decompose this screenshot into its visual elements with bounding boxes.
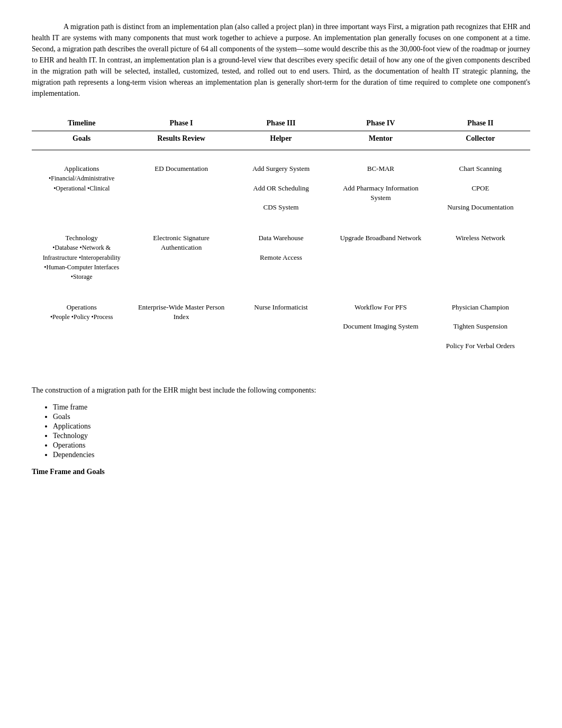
phase4-operations: Workflow For PFS Document Imaging System: [331, 295, 430, 358]
bullet-operations: Operations: [53, 441, 530, 450]
phase3-technology: Data Warehouse Remote Access: [231, 226, 331, 289]
technology-row: Technology •Database •Network & Infrastr…: [32, 226, 530, 289]
applications-label: Applications •Financial/Administr­ative …: [32, 157, 131, 220]
mentor-label: Mentor: [331, 131, 430, 150]
phase4-technology: Upgrade Broadband Network: [331, 226, 430, 289]
helper-label: Helper: [231, 131, 331, 150]
intro-paragraph: A migration path is distinct from an imp…: [32, 21, 530, 99]
col-timeline: Timeline: [32, 115, 131, 131]
bullet-goals: Goals: [53, 413, 530, 421]
bullet-applications: Applications: [53, 422, 530, 431]
goals-label: Goals: [32, 131, 131, 150]
operations-sublabel: •People •Policy •Process: [50, 313, 113, 321]
operations-label: Operations •People •Policy •Process: [32, 295, 131, 358]
operations-row: Operations •People •Policy •Process Ente…: [32, 295, 530, 358]
construction-bullets: Time frame Goals Applications Technology…: [53, 403, 530, 459]
phase2-technology: Wireless Network: [431, 226, 530, 289]
phase3-applications: Add Surgery System Add OR Scheduling CDS…: [231, 157, 331, 220]
enterprise-wide: Enterprise-Wide Master Person Index: [131, 295, 231, 358]
applications-sublabel: •Financial/Administr­ative •Operational …: [49, 175, 114, 192]
col-phase1: Phase I: [131, 115, 231, 131]
collector-label: Collector: [431, 131, 530, 150]
phase2-operations: Physician Champion Tighten Suspension Po…: [431, 295, 530, 358]
col-phase3: Phase III: [231, 115, 331, 131]
ed-documentation: ED Documentation: [131, 157, 231, 220]
technology-label: Technology •Database •Network & Infrastr…: [32, 226, 131, 289]
phase4-applications: BC-MAR Add Pharmacy Information System: [331, 157, 430, 220]
technology-sublabel: •Database •Network & Infrastructure •Int…: [43, 244, 121, 280]
electronic-signature: Electronic Signature Authentication: [131, 226, 231, 289]
bullet-timeframe: Time frame: [53, 403, 530, 412]
table-goals-row: Goals Results Review Helper Mentor Colle…: [32, 131, 530, 150]
time-frame-goals-heading: Time Frame and Goals: [32, 468, 530, 476]
construction-text: The construction of a migration path for…: [32, 385, 530, 396]
nurse-informaticist: Nurse Informaticist: [231, 295, 331, 358]
col-phase4: Phase IV: [331, 115, 430, 131]
results-review-label: Results Review: [131, 131, 231, 150]
bullet-dependencies: Dependencies: [53, 451, 530, 459]
migration-table: Timeline Phase I Phase III Phase IV Phas…: [32, 115, 530, 358]
phase2-applications: Chart Scanning CPOE Nursing Documentatio…: [431, 157, 530, 220]
col-phase2: Phase II: [431, 115, 530, 131]
table-header-row: Timeline Phase I Phase III Phase IV Phas…: [32, 115, 530, 131]
bullet-technology: Technology: [53, 432, 530, 440]
applications-row: Applications •Financial/Administr­ative …: [32, 157, 530, 220]
